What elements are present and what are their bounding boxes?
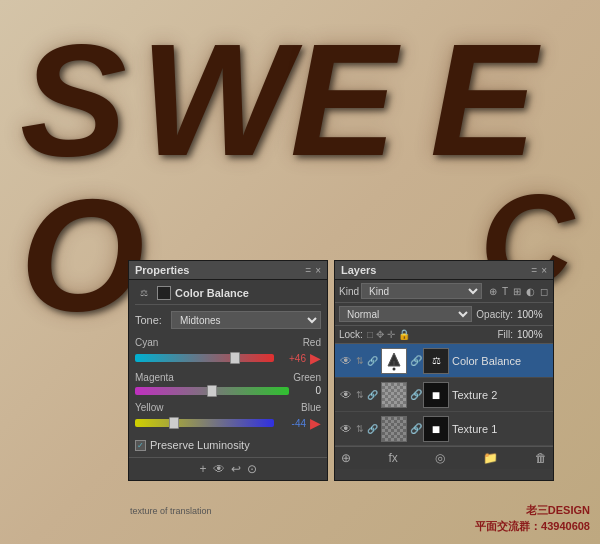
letter-w: W: [140, 20, 291, 180]
lock-transparent-icon[interactable]: □: [367, 329, 373, 340]
blend-mode-row: Normal Opacity: 100%: [335, 303, 553, 326]
letter-et: E: [430, 20, 537, 180]
new-group-button[interactable]: 📁: [483, 451, 498, 465]
opacity-label: Opacity:: [476, 309, 513, 320]
svg-point-2: [393, 367, 396, 370]
lock-icons: □ ✥ ✛ 🔒: [367, 329, 494, 340]
tone-select[interactable]: Midtones Shadows Highlights: [171, 311, 321, 329]
properties-footer: + 👁 ↩ ⊙: [129, 457, 327, 480]
lock-pixels-icon[interactable]: ✥: [376, 329, 384, 340]
delete-layer-button[interactable]: 🗑: [535, 451, 547, 465]
layer-mask-button[interactable]: ◎: [435, 451, 445, 465]
yellow-blue-thumb[interactable]: [169, 417, 179, 429]
info-icon[interactable]: ⊙: [247, 462, 257, 476]
properties-title: Properties: [135, 264, 189, 276]
layer-chain2-icon: 🔗: [410, 389, 420, 400]
preserve-checkbox[interactable]: ✓: [135, 440, 146, 451]
layer-visibility-texture2[interactable]: 👁: [339, 388, 353, 402]
magenta-green-track-container: 0: [135, 385, 321, 396]
layers-titlebar: Layers = ×: [335, 261, 553, 280]
layer-fx-icon: 🔗: [367, 356, 378, 366]
blue-label: Blue: [301, 402, 321, 413]
lock-all-icon[interactable]: 🔒: [398, 329, 410, 340]
add-layer-button[interactable]: ⊕: [341, 451, 351, 465]
cyan-red-track-container: +46 ▶: [135, 350, 321, 366]
filter-shape-icon[interactable]: ⊞: [512, 286, 522, 297]
cyan-red-slider-row: Cyan Red +46 ▶: [135, 337, 321, 366]
properties-panel-controls: = ×: [305, 265, 321, 276]
add-layer-icon[interactable]: +: [199, 462, 206, 476]
lock-row: Lock: □ ✥ ✛ 🔒 Fill: 100%: [335, 326, 553, 344]
layer-link3-icon: ⇅: [356, 424, 364, 434]
layers-panel: Layers = × Kind Kind ⊕ T ⊞ ◐ ◻ Normal: [334, 260, 554, 481]
properties-titlebar: Properties = ×: [129, 261, 327, 280]
cyan-label: Cyan: [135, 337, 158, 348]
letter-e: E: [290, 20, 397, 180]
layer-mask-thumbnail2: ■: [423, 382, 449, 408]
layer-mask-thumbnail3: ■: [423, 416, 449, 442]
blend-mode-select[interactable]: Normal: [339, 306, 472, 322]
yellow-blue-slider-row: Yellow Blue -44 ▶: [135, 402, 321, 431]
lock-position-icon[interactable]: ✛: [387, 329, 395, 340]
properties-collapse-btn[interactable]: =: [305, 265, 311, 276]
filter-text-icon[interactable]: T: [501, 286, 509, 297]
layers-collapse-btn[interactable]: =: [531, 265, 537, 276]
layer-fx3-icon: 🔗: [367, 424, 378, 434]
watermark-texture: texture of translation: [130, 506, 212, 516]
layer-item-color-balance[interactable]: 👁 ⇅ 🔗 🔗 ⚖ Color Balance: [335, 344, 553, 378]
fill-value: 100%: [517, 329, 549, 340]
cyan-red-thumb[interactable]: [230, 352, 240, 364]
layer-item-texture2[interactable]: 👁 ⇅ 🔗 🔗 ■ Texture 2: [335, 378, 553, 412]
layer-name-texture1: Texture 1: [452, 423, 549, 435]
filter-pixel-icon[interactable]: ⊕: [488, 286, 498, 297]
balance-icon: ⚖: [135, 286, 153, 300]
layer-visibility-color-balance[interactable]: 👁: [339, 354, 353, 368]
magenta-green-labels: Magenta Green: [135, 372, 321, 383]
layer-link-icon: ⇅: [356, 356, 364, 366]
filter-adjustment-icon[interactable]: ◐: [525, 286, 536, 297]
kind-select[interactable]: Kind: [361, 283, 482, 299]
cyan-red-arrow: ▶: [310, 350, 321, 366]
layer-thumbnail-texture1: [381, 416, 407, 442]
color-balance-title: Color Balance: [175, 287, 249, 299]
red-label: Red: [303, 337, 321, 348]
yellow-label: Yellow: [135, 402, 164, 413]
fill-label: Fill:: [497, 329, 513, 340]
panels-container: Properties = × ⚖ Color Balance Tone: Mid…: [128, 260, 554, 481]
layer-fx2-icon: 🔗: [367, 390, 378, 400]
properties-body: ⚖ Color Balance Tone: Midtones Shadows H…: [129, 280, 327, 457]
magenta-label: Magenta: [135, 372, 174, 383]
layers-panel-controls: = ×: [531, 265, 547, 276]
letter-s: S: [20, 20, 127, 180]
color-balance-header: ⚖ Color Balance: [135, 286, 321, 305]
kind-label: Kind: [339, 286, 359, 297]
preserve-row: ✓ Preserve Luminosity: [135, 439, 321, 451]
magenta-green-thumb[interactable]: [207, 385, 217, 397]
layer-item-texture1[interactable]: 👁 ⇅ 🔗 🔗 ■ Texture 1: [335, 412, 553, 446]
watermark-brand: 老三DESIGN 平面交流群：43940608: [475, 503, 590, 534]
filter-smart-icon[interactable]: ◻: [539, 286, 549, 297]
layer-name-color-balance: Color Balance: [452, 355, 549, 367]
eye-icon[interactable]: 👁: [213, 462, 225, 476]
layer-fx-button[interactable]: fx: [388, 451, 397, 465]
properties-close-btn[interactable]: ×: [315, 265, 321, 276]
layers-filter-icons: ⊕ T ⊞ ◐ ◻: [488, 286, 549, 297]
preserve-label: Preserve Luminosity: [150, 439, 250, 451]
lock-label: Lock:: [339, 329, 363, 340]
layers-footer: ⊕ fx ◎ 📁 🗑: [335, 446, 553, 469]
layers-close-btn[interactable]: ×: [541, 265, 547, 276]
layer-thumbnail-adjustment: [381, 348, 407, 374]
magenta-green-track[interactable]: [135, 387, 289, 395]
yellow-blue-labels: Yellow Blue: [135, 402, 321, 413]
layer-thumbnail-texture2: [381, 382, 407, 408]
layer-link2-icon: ⇅: [356, 390, 364, 400]
opacity-value: 100%: [517, 309, 549, 320]
undo-icon[interactable]: ↩: [231, 462, 241, 476]
letter-o: O: [20, 175, 144, 335]
cyan-red-track[interactable]: [135, 354, 274, 362]
layers-title: Layers: [341, 264, 376, 276]
layer-mask-thumbnail: ⚖: [423, 348, 449, 374]
tone-row: Tone: Midtones Shadows Highlights: [135, 311, 321, 329]
layer-visibility-texture1[interactable]: 👁: [339, 422, 353, 436]
yellow-blue-track[interactable]: [135, 419, 274, 427]
